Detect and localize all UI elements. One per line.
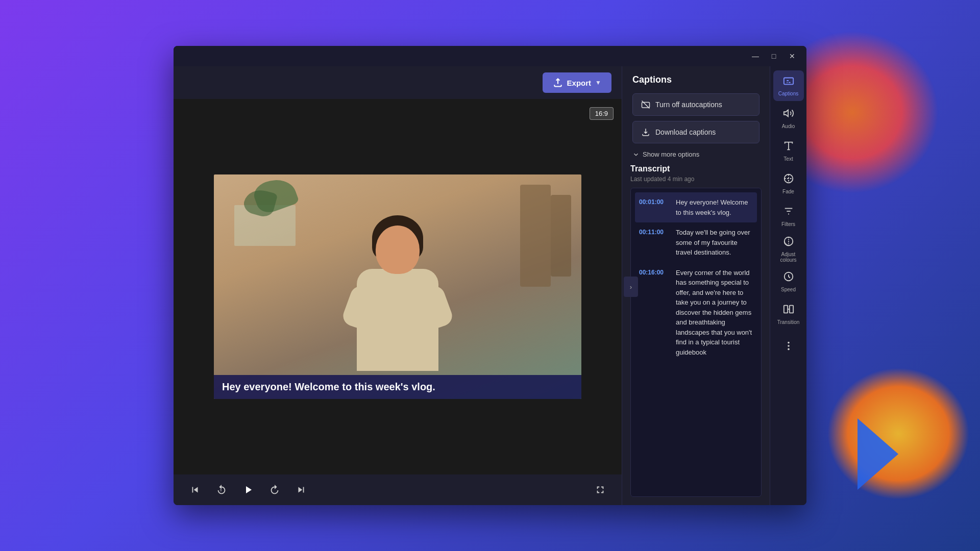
bg-shape-blue [857,418,898,490]
svg-rect-12 [789,306,793,313]
main-content: Export ▼ 16:9 [174,66,806,505]
controls-left: 5 [186,481,310,499]
transcript-item[interactable]: 00:01:00 Hey everyone! Welcome to this w… [635,192,757,222]
tool-item-adjust[interactable]: Adjust colours [773,234,804,264]
next-arrow-button[interactable]: › [624,277,638,297]
tool-item-more[interactable] [773,332,804,362]
fade-icon [783,173,794,187]
tool-label-text: Text [783,156,793,162]
tool-label-fade: Fade [782,189,794,194]
video-frame: Hey everyone! Welcome to this week's vlo… [214,174,581,399]
tool-label-speed: Speed [781,287,796,292]
transcript-text: Today we'll be going over some of my fav… [676,228,753,258]
transcript-list[interactable]: 00:01:00 Hey everyone! Welcome to this w… [630,188,762,497]
rewind5-button[interactable]: 5 [212,481,231,499]
video-toolbar: Export ▼ [174,66,622,99]
svg-text:5: 5 [220,489,222,492]
transcript-text: Hey everyone! Welcome to this week's vlo… [676,197,753,217]
caption-overlay-bar: Hey everyone! Welcome to this week's vlo… [214,375,581,399]
transcript-time: 00:11:00 [639,228,670,258]
filters-icon [783,206,794,219]
skip-back-icon [189,484,201,495]
forward5-button[interactable] [265,481,284,499]
fullscreen-button[interactable] [591,481,609,499]
transcript-time: 00:16:00 [639,268,670,358]
cc-icon [783,75,794,89]
transcript-time: 00:01:00 [639,197,670,217]
text-icon [783,140,794,154]
video-container: 16:9 [174,99,622,474]
tool-label-transition: Transition [777,319,800,325]
person-body [357,269,438,371]
person-silhouette [347,215,449,368]
play-button[interactable] [239,481,257,499]
tool-label-filters: Filters [781,221,795,227]
download-icon [641,128,650,137]
tool-item-speed[interactable]: Speed [773,266,804,297]
tool-item-fade[interactable]: Fade [773,168,804,199]
transcript-updated: Last updated 4 min ago [630,176,762,183]
title-bar: — □ ✕ [174,46,806,66]
tool-item-audio[interactable]: Audio [773,103,804,134]
transition-icon [783,304,794,317]
svg-rect-11 [783,306,787,313]
tool-label-adjust: Adjust colours [773,252,804,263]
export-button[interactable]: Export ▼ [543,72,611,93]
skip-forward-icon [296,484,307,495]
captions-panel-title: Captions [632,74,760,85]
bg-shelf2 [551,195,571,277]
person-face [376,226,420,274]
audio-icon [783,108,794,121]
maximize-button[interactable]: □ [766,49,782,63]
speed-icon [783,271,794,285]
fullscreen-icon [595,484,606,495]
video-background [214,174,581,399]
tool-label-audio: Audio [782,123,795,129]
close-button[interactable]: ✕ [784,49,800,63]
transcript-item[interactable]: 00:11:00 Today we'll be going over some … [635,222,757,263]
playback-controls: 5 [174,474,622,505]
bg-blob-yellow [827,367,970,500]
tool-item-captions[interactable]: Captions [773,70,804,101]
minimize-button[interactable]: — [747,49,764,63]
transcript-item[interactable]: 00:16:00 Every corner of the world has s… [635,263,757,363]
caption-text: Hey everyone! Welcome to this week's vlo… [222,381,435,392]
window-controls: — □ ✕ [747,49,800,63]
tool-item-text[interactable]: Text [773,136,804,166]
transcript-text: Every corner of the world has something … [676,268,753,358]
transcript-section: Transcript Last updated 4 min ago 00:01:… [622,164,770,505]
svg-point-14 [788,345,789,346]
svg-point-13 [788,342,789,343]
bg-shelf [520,185,551,287]
more-icon [783,340,794,354]
tool-item-filters[interactable]: Filters [773,201,804,232]
turn-off-autocaptions-button[interactable]: Turn off autocaptions [632,93,760,116]
svg-point-15 [788,348,789,349]
adjust-icon [783,236,794,249]
skip-forward-button[interactable] [292,481,310,499]
upload-icon [553,78,563,88]
video-area: Export ▼ 16:9 [174,66,622,505]
tool-item-transition[interactable]: Transition [773,299,804,330]
show-more-button[interactable]: Show more options [632,148,699,164]
transcript-title: Transcript [630,164,762,173]
rewind5-icon: 5 [216,484,227,495]
skip-back-button[interactable] [186,481,204,499]
captions-panel: Captions Turn off autocaptions Download … [622,66,770,505]
app-window: — □ ✕ Export ▼ 16:9 [174,46,806,505]
play-icon [242,484,254,496]
forward5-icon [269,484,280,495]
download-captions-button[interactable]: Download captions [632,121,760,143]
chevron-down-icon [632,151,640,158]
captions-header: Captions Turn off autocaptions Download … [622,66,770,164]
tool-label-captions: Captions [778,91,798,96]
aspect-ratio-badge: 16:9 [590,107,614,120]
tools-sidebar: Captions Audio Text Fade Filters Adjust … [770,66,806,505]
svg-marker-4 [783,110,788,117]
turnoff-captions-icon [641,100,650,109]
